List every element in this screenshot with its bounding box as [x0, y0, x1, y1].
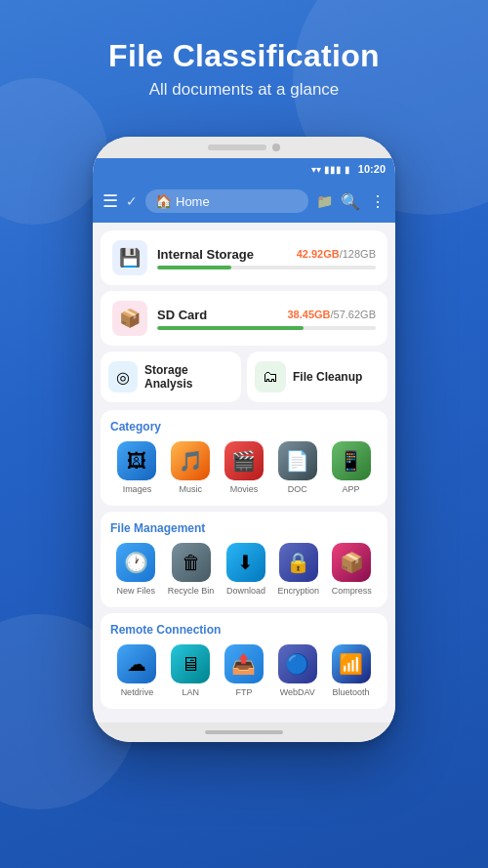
webdav-item[interactable]: 🔵 WebDAV	[278, 644, 317, 697]
new-files-item[interactable]: 🕐 New Files	[116, 543, 155, 596]
app-label: APP	[343, 484, 360, 494]
signal-icon: ▮▮▮	[324, 164, 342, 175]
ftp-item[interactable]: 📤 FTP	[224, 644, 264, 697]
music-label: Music	[179, 484, 202, 494]
file-cleanup-btn[interactable]: 🗂 File Cleanup	[247, 351, 387, 402]
images-label: Images	[123, 484, 152, 494]
status-bar: ▾▾ ▮▮▮ ▮ 10:20	[93, 158, 395, 180]
home-label: Home	[176, 194, 210, 209]
menu-icon[interactable]: ☰	[102, 190, 118, 212]
netdrive-label: Netdrive	[121, 687, 154, 697]
file-management-title: File Management	[110, 521, 378, 535]
phone-speaker	[208, 145, 266, 150]
internal-storage-card[interactable]: 💾 Internal Storage 42.92GB/128GB	[101, 230, 387, 285]
app-icon: 📱	[332, 441, 371, 480]
sd-progress-fill	[157, 326, 304, 330]
lan-label: LAN	[182, 687, 199, 697]
sd-card-info: SD Card 38.45GB/57.62GB	[157, 308, 376, 330]
doc-icon: 📄	[278, 441, 317, 480]
netdrive-icon: ☁	[117, 644, 156, 683]
sd-card-size: 38.45GB/57.62GB	[287, 309, 376, 320]
phone-content: 💾 Internal Storage 42.92GB/128GB 📦 SD Ca…	[93, 223, 395, 723]
encryption-icon: 🔒	[279, 543, 318, 582]
category-section: Category 🖼 Images 🎵 Music 🎬 Movies 📄 DOC	[101, 410, 387, 506]
compress-label: Compress	[332, 586, 372, 596]
folder-icon: 📁	[316, 193, 333, 209]
status-icons: ▾▾ ▮▮▮ ▮	[311, 164, 350, 175]
music-icon: 🎵	[171, 441, 210, 480]
app-bar: ☰ ✓ 🏠 Home 📁 🔍 ⋮	[93, 180, 395, 223]
file-management-grid: 🕐 New Files 🗑 Recycle Bin ⬇ Download 🔒 E…	[110, 543, 378, 596]
ftp-icon: 📤	[224, 644, 264, 683]
file-management-section: File Management 🕐 New Files 🗑 Recycle Bi…	[101, 512, 387, 607]
category-grid: 🖼 Images 🎵 Music 🎬 Movies 📄 DOC 📱	[110, 441, 378, 494]
storage-analysis-btn[interactable]: ◎ Storage Analysis	[101, 351, 241, 402]
category-title: Category	[110, 420, 378, 434]
doc-label: DOC	[288, 484, 307, 494]
lan-icon: 🖥	[171, 644, 210, 683]
movies-item[interactable]: 🎬 Movies	[224, 441, 264, 494]
download-icon: ⬇	[226, 543, 265, 582]
download-label: Download	[226, 586, 265, 596]
file-cleanup-label: File Cleanup	[293, 370, 362, 384]
home-indicator	[205, 730, 283, 734]
file-cleanup-icon: 🗂	[255, 361, 286, 393]
download-item[interactable]: ⬇ Download	[226, 543, 265, 596]
phone-top-bar	[93, 137, 395, 158]
sd-card-name: SD Card	[157, 308, 207, 322]
doc-item[interactable]: 📄 DOC	[278, 441, 317, 494]
bluetooth-icon: 📶	[332, 644, 371, 683]
internal-progress-bg	[157, 266, 376, 269]
internal-progress-fill	[157, 266, 231, 269]
internal-storage-size: 42.92GB/128GB	[297, 248, 376, 260]
search-icon[interactable]: 🔍	[341, 192, 360, 211]
phone-camera	[272, 144, 280, 151]
movies-icon: 🎬	[224, 441, 264, 480]
sd-progress-bg	[157, 326, 376, 330]
movies-label: Movies	[230, 484, 259, 494]
encryption-label: Encryption	[278, 586, 320, 596]
sd-card-card[interactable]: 📦 SD Card 38.45GB/57.62GB	[101, 291, 387, 346]
remote-connection-section: Remote Connection ☁ Netdrive 🖥 LAN 📤 FTP…	[101, 613, 387, 709]
new-files-icon: 🕐	[116, 543, 155, 582]
remote-connection-title: Remote Connection	[110, 623, 378, 637]
storage-analysis-label: Storage Analysis	[144, 363, 233, 391]
wifi-icon: ▾▾	[311, 164, 321, 175]
bluetooth-item[interactable]: 📶 Bluetooth	[332, 644, 371, 697]
compress-icon: 📦	[332, 543, 371, 582]
home-icon: 🏠	[155, 193, 172, 209]
music-item[interactable]: 🎵 Music	[171, 441, 210, 494]
home-breadcrumb[interactable]: 🏠 Home	[145, 189, 308, 213]
more-icon[interactable]: ⋮	[370, 192, 386, 211]
phone-bottom-bar	[93, 723, 395, 742]
webdav-label: WebDAV	[280, 687, 315, 697]
remote-connection-grid: ☁ Netdrive 🖥 LAN 📤 FTP 🔵 WebDAV 📶	[110, 644, 378, 697]
encryption-item[interactable]: 🔒 Encryption	[278, 543, 320, 596]
app-item[interactable]: 📱 APP	[332, 441, 371, 494]
recycle-bin-item[interactable]: 🗑 Recycle Bin	[168, 543, 215, 596]
sd-card-icon: 📦	[112, 301, 147, 336]
battery-icon: ▮	[345, 164, 350, 175]
images-item[interactable]: 🖼 Images	[117, 441, 156, 494]
page-title: File Classification	[20, 37, 468, 74]
status-time: 10:20	[358, 163, 386, 175]
ftp-label: FTP	[235, 687, 252, 697]
new-files-label: New Files	[117, 586, 156, 596]
page-subtitle: All documents at a glance	[20, 80, 468, 100]
check-icon[interactable]: ✓	[126, 193, 138, 209]
page-header: File Classification All documents at a g…	[0, 0, 488, 119]
images-icon: 🖼	[117, 441, 156, 480]
netdrive-item[interactable]: ☁ Netdrive	[117, 644, 156, 697]
internal-storage-name: Internal Storage	[157, 247, 254, 262]
recycle-bin-label: Recycle Bin	[168, 586, 215, 596]
internal-storage-icon: 💾	[112, 240, 147, 275]
recycle-bin-icon: 🗑	[172, 543, 211, 582]
storage-analysis-icon: ◎	[108, 361, 138, 393]
internal-storage-info: Internal Storage 42.92GB/128GB	[157, 247, 376, 269]
lan-item[interactable]: 🖥 LAN	[171, 644, 210, 697]
bluetooth-label: Bluetooth	[333, 687, 370, 697]
app-bar-actions: 🔍 ⋮	[341, 192, 386, 211]
quick-actions: ◎ Storage Analysis 🗂 File Cleanup	[101, 351, 387, 402]
phone-mockup: ▾▾ ▮▮▮ ▮ 10:20 ☰ ✓ 🏠 Home 📁 🔍 ⋮ 💾 Intern…	[93, 137, 395, 742]
compress-item[interactable]: 📦 Compress	[332, 543, 372, 596]
